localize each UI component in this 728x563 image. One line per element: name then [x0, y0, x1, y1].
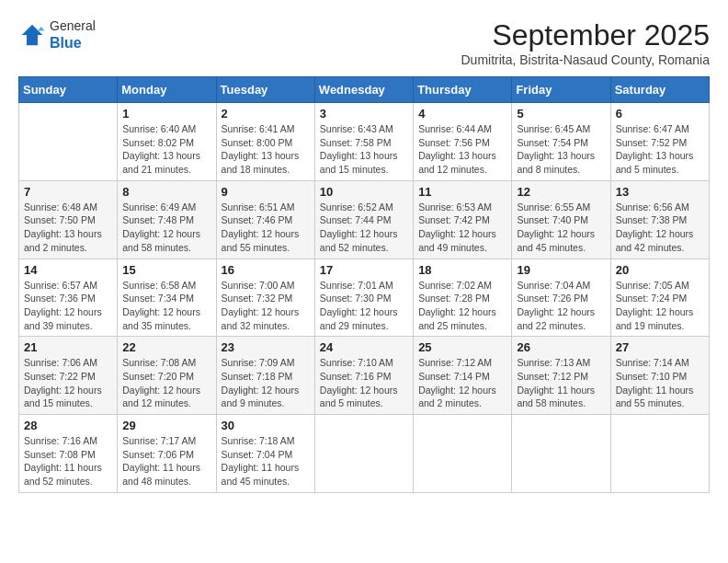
table-row: 21 Sunrise: 7:06 AMSunset: 7:22 PMDaylig… [19, 337, 118, 415]
day-info: Sunrise: 6:52 AMSunset: 7:44 PMDaylight:… [320, 201, 408, 255]
day-info: Sunrise: 6:57 AMSunset: 7:36 PMDaylight:… [24, 279, 112, 333]
day-info: Sunrise: 6:56 AMSunset: 7:38 PMDaylight:… [616, 201, 704, 255]
table-row: 4 Sunrise: 6:44 AMSunset: 7:56 PMDayligh… [414, 103, 512, 181]
table-row: 22 Sunrise: 7:08 AMSunset: 7:20 PMDaylig… [118, 337, 216, 415]
day-number: 19 [517, 263, 605, 277]
day-info: Sunrise: 6:58 AMSunset: 7:34 PMDaylight:… [122, 279, 210, 333]
table-row [512, 415, 610, 493]
day-info: Sunrise: 7:17 AMSunset: 7:06 PMDaylight:… [122, 434, 210, 488]
table-row [414, 415, 512, 493]
table-row: 2 Sunrise: 6:41 AMSunset: 8:00 PMDayligh… [216, 103, 314, 181]
day-info: Sunrise: 6:44 AMSunset: 7:56 PMDaylight:… [418, 122, 506, 177]
day-number: 29 [122, 419, 210, 432]
month-title: September 2025 [461, 18, 710, 52]
day-info: Sunrise: 6:45 AMSunset: 7:54 PMDaylight:… [517, 122, 605, 177]
day-number: 25 [418, 340, 506, 354]
day-info: Sunrise: 7:00 AMSunset: 7:32 PMDaylight:… [222, 279, 310, 333]
day-info: Sunrise: 7:16 AMSunset: 7:08 PMDaylight:… [24, 434, 112, 488]
day-info: Sunrise: 7:06 AMSunset: 7:22 PMDaylight:… [24, 356, 112, 410]
svg-marker-1 [38, 27, 45, 31]
day-info: Sunrise: 7:14 AMSunset: 7:10 PMDaylight:… [616, 356, 704, 410]
table-row [314, 415, 413, 493]
day-info: Sunrise: 6:41 AMSunset: 8:00 PMDaylight:… [222, 122, 310, 177]
day-number: 15 [122, 263, 210, 277]
day-info: Sunrise: 6:53 AMSunset: 7:42 PMDaylight:… [418, 201, 506, 255]
page-header: General Blue September 2025 Dumitrita, B… [18, 18, 710, 67]
header-wednesday: Wednesday [314, 77, 413, 103]
day-number: 20 [616, 263, 704, 277]
table-row: 25 Sunrise: 7:12 AMSunset: 7:14 PMDaylig… [414, 337, 512, 415]
day-number: 11 [418, 185, 506, 199]
header-monday: Monday [118, 77, 216, 103]
table-row: 20 Sunrise: 7:05 AMSunset: 7:24 PMDaylig… [610, 259, 709, 337]
table-row: 19 Sunrise: 7:04 AMSunset: 7:26 PMDaylig… [512, 259, 610, 337]
table-row: 18 Sunrise: 7:02 AMSunset: 7:28 PMDaylig… [414, 259, 512, 337]
header-saturday: Saturday [610, 77, 709, 103]
table-row: 1 Sunrise: 6:40 AMSunset: 8:02 PMDayligh… [118, 103, 216, 181]
header-tuesday: Tuesday [216, 77, 314, 103]
day-info: Sunrise: 7:02 AMSunset: 7:28 PMDaylight:… [418, 279, 506, 333]
calendar-week-row: 1 Sunrise: 6:40 AMSunset: 8:02 PMDayligh… [19, 103, 710, 181]
table-row: 11 Sunrise: 6:53 AMSunset: 7:42 PMDaylig… [414, 180, 512, 259]
day-number: 21 [24, 340, 112, 354]
table-row: 3 Sunrise: 6:43 AMSunset: 7:58 PMDayligh… [314, 103, 413, 181]
table-row: 29 Sunrise: 7:17 AMSunset: 7:06 PMDaylig… [118, 415, 216, 493]
day-number: 17 [320, 263, 408, 277]
table-row: 24 Sunrise: 7:10 AMSunset: 7:16 PMDaylig… [314, 337, 413, 415]
location-subtitle: Dumitrita, Bistrita-Nasaud County, Roman… [461, 52, 710, 67]
calendar-header-row: Sunday Monday Tuesday Wednesday Thursday… [19, 77, 710, 103]
table-row [19, 103, 118, 181]
svg-marker-0 [22, 25, 43, 46]
day-info: Sunrise: 6:51 AMSunset: 7:46 PMDaylight:… [222, 201, 310, 255]
day-number: 22 [122, 340, 210, 354]
table-row [610, 415, 709, 493]
table-row: 15 Sunrise: 6:58 AMSunset: 7:34 PMDaylig… [118, 259, 216, 337]
logo-icon [18, 21, 46, 49]
table-row: 6 Sunrise: 6:47 AMSunset: 7:52 PMDayligh… [610, 103, 709, 181]
header-friday: Friday [512, 77, 610, 103]
day-number: 14 [24, 263, 112, 277]
calendar-week-row: 14 Sunrise: 6:57 AMSunset: 7:36 PMDaylig… [19, 259, 710, 337]
day-info: Sunrise: 7:01 AMSunset: 7:30 PMDaylight:… [320, 279, 408, 333]
day-number: 2 [222, 107, 310, 121]
day-info: Sunrise: 6:48 AMSunset: 7:50 PMDaylight:… [24, 201, 112, 255]
day-number: 13 [616, 185, 704, 199]
day-number: 10 [320, 185, 408, 199]
table-row: 23 Sunrise: 7:09 AMSunset: 7:18 PMDaylig… [216, 337, 314, 415]
calendar-table: Sunday Monday Tuesday Wednesday Thursday… [18, 76, 710, 493]
day-number: 8 [122, 185, 210, 199]
day-info: Sunrise: 6:55 AMSunset: 7:40 PMDaylight:… [517, 201, 605, 255]
day-info: Sunrise: 7:08 AMSunset: 7:20 PMDaylight:… [122, 356, 210, 410]
day-number: 26 [517, 340, 605, 354]
day-info: Sunrise: 6:40 AMSunset: 8:02 PMDaylight:… [122, 122, 210, 177]
day-number: 23 [222, 340, 310, 354]
day-number: 1 [122, 107, 210, 121]
day-number: 7 [24, 185, 112, 199]
title-block: September 2025 Dumitrita, Bistrita-Nasau… [461, 18, 710, 67]
day-number: 28 [24, 419, 112, 432]
day-number: 4 [418, 107, 506, 121]
logo-general-text: General [50, 18, 96, 34]
day-number: 5 [517, 107, 605, 121]
table-row: 14 Sunrise: 6:57 AMSunset: 7:36 PMDaylig… [19, 259, 118, 337]
day-number: 18 [418, 263, 506, 277]
day-info: Sunrise: 7:09 AMSunset: 7:18 PMDaylight:… [222, 356, 310, 410]
day-info: Sunrise: 7:12 AMSunset: 7:14 PMDaylight:… [418, 356, 506, 410]
table-row: 10 Sunrise: 6:52 AMSunset: 7:44 PMDaylig… [314, 180, 413, 259]
table-row: 7 Sunrise: 6:48 AMSunset: 7:50 PMDayligh… [19, 180, 118, 259]
table-row: 13 Sunrise: 6:56 AMSunset: 7:38 PMDaylig… [610, 180, 709, 259]
day-info: Sunrise: 6:43 AMSunset: 7:58 PMDaylight:… [320, 122, 408, 177]
day-number: 27 [616, 340, 704, 354]
table-row: 26 Sunrise: 7:13 AMSunset: 7:12 PMDaylig… [512, 337, 610, 415]
logo: General Blue [18, 18, 96, 52]
table-row: 28 Sunrise: 7:16 AMSunset: 7:08 PMDaylig… [19, 415, 118, 493]
logo-blue-text: Blue [50, 34, 96, 52]
day-info: Sunrise: 7:04 AMSunset: 7:26 PMDaylight:… [517, 279, 605, 333]
day-number: 12 [517, 185, 605, 199]
day-number: 6 [616, 107, 704, 121]
table-row: 9 Sunrise: 6:51 AMSunset: 7:46 PMDayligh… [216, 180, 314, 259]
header-thursday: Thursday [414, 77, 512, 103]
day-info: Sunrise: 7:10 AMSunset: 7:16 PMDaylight:… [320, 356, 408, 410]
day-info: Sunrise: 7:18 AMSunset: 7:04 PMDaylight:… [222, 434, 310, 488]
calendar-week-row: 21 Sunrise: 7:06 AMSunset: 7:22 PMDaylig… [19, 337, 710, 415]
